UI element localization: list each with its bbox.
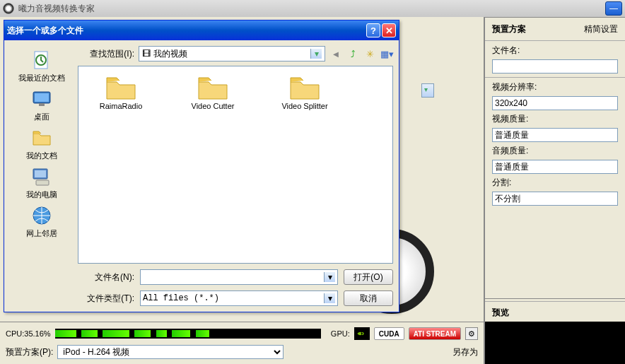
dialog-title: 选择一个或多个文件	[7, 25, 83, 37]
chevron-down-icon: ▾	[324, 272, 335, 282]
filename-combo[interactable]: ▾	[140, 269, 338, 285]
svg-rect-3	[35, 93, 49, 102]
up-folder-icon[interactable]: ⤴	[346, 47, 359, 60]
back-icon[interactable]: ◄	[329, 47, 342, 60]
app-title: 曦力音视频转换专家	[18, 3, 95, 15]
folder-item[interactable]: RaimaRadio	[86, 74, 156, 110]
sidebar-desktop[interactable]: 桌面	[30, 88, 53, 122]
open-button[interactable]: 打开(O)	[344, 269, 393, 285]
sidebar-recent[interactable]: 我最近的文档	[18, 49, 65, 83]
app-logo-icon	[3, 3, 14, 14]
dialog-close-button[interactable]: ✕	[382, 23, 396, 37]
recent-docs-icon	[30, 49, 53, 71]
sidebar-network[interactable]: 网上邻居	[26, 204, 57, 239]
background-dropdown[interactable]	[421, 83, 434, 98]
chevron-down-icon: ▾	[324, 293, 335, 303]
split-label: 分割:	[485, 175, 625, 190]
cuda-badge: CUDA	[374, 327, 404, 340]
filename-label: 文件名(N):	[78, 271, 134, 283]
folder-icon	[104, 74, 138, 102]
folder-label: Video Cutter	[192, 102, 235, 110]
preview-area	[485, 322, 625, 364]
video-quality-input[interactable]	[492, 128, 618, 142]
view-menu-icon[interactable]: ▦▾	[380, 47, 393, 60]
sidebar-item-label: 桌面	[34, 112, 49, 122]
sidebar-item-label: 我的电脑	[26, 189, 57, 200]
audio-quality-label: 音频质量:	[485, 143, 625, 158]
new-folder-icon[interactable]: ✳	[363, 47, 376, 60]
nvidia-icon	[354, 327, 370, 340]
gpu-label: GPU:	[331, 329, 350, 338]
lookin-value: 我的视频	[153, 48, 187, 60]
video-folder-icon: 🎞	[142, 49, 151, 59]
folder-label: RaimaRadio	[100, 102, 143, 110]
folder-item[interactable]: Video Splitter	[269, 74, 340, 110]
audio-quality-input[interactable]	[492, 160, 618, 174]
video-quality-label: 视频质量:	[485, 112, 625, 127]
advanced-link[interactable]: 精简设置	[584, 23, 618, 35]
settings-gear-icon[interactable]: ⚙	[465, 327, 478, 340]
settings-panel: 预置方案 精简设置 文件名: 视频分辨率: 视频质量: 音频质量: 分割: 预览	[485, 17, 625, 364]
saveas-label: 另存为	[452, 346, 478, 358]
sidebar-mycomputer[interactable]: 我的电脑	[26, 165, 57, 200]
resolution-input[interactable]	[492, 96, 618, 110]
filetype-combo[interactable]: All files (*.*) ▾	[140, 290, 338, 306]
svg-rect-6	[35, 170, 46, 177]
sidebar-item-label: 我最近的文档	[18, 73, 65, 83]
preview-heading: 预览	[485, 304, 625, 322]
lookin-label: 查找范围(I):	[78, 48, 134, 60]
svg-rect-7	[36, 180, 49, 185]
sidebar-mydocs[interactable]: 我的文档	[26, 127, 57, 161]
cpu-meter	[55, 329, 321, 339]
filename-label: 文件名:	[485, 43, 625, 58]
split-input[interactable]	[492, 192, 618, 206]
preset-label: 预置方案(P):	[6, 346, 53, 358]
file-open-dialog: 选择一个或多个文件 ? ✕ 我最近的文档 桌面 我的文档 我的电脑	[4, 20, 399, 312]
folder-label: Video Splitter	[281, 102, 327, 110]
ati-badge: ATI STREAM	[409, 327, 461, 340]
network-icon	[30, 204, 53, 227]
file-list-pane[interactable]: RaimaRadio Video Cutter Video Splitter	[78, 66, 393, 264]
mycomputer-icon	[30, 165, 53, 188]
status-bar: CPU:35.16% GPU: CUDA ATI STREAM ⚙ 预置方案(P…	[0, 322, 484, 364]
folder-icon	[196, 74, 230, 102]
preset-heading: 预置方案	[492, 23, 526, 35]
resolution-label: 视频分辨率:	[485, 80, 625, 95]
folder-icon	[288, 74, 322, 102]
folder-item[interactable]: Video Cutter	[177, 74, 248, 110]
places-sidebar: 我最近的文档 桌面 我的文档 我的电脑 网上邻居	[10, 46, 74, 306]
desktop-icon	[30, 88, 53, 110]
cpu-label: CPU:35.16%	[6, 329, 51, 338]
chevron-down-icon: ▾	[310, 49, 322, 59]
filetype-value: All files (*.*)	[143, 293, 219, 303]
filename-input[interactable]	[492, 59, 618, 74]
dialog-titlebar[interactable]: 选择一个或多个文件 ? ✕	[4, 20, 399, 40]
lookin-select[interactable]: 🎞 我的视频 ▾	[139, 46, 325, 61]
dialog-help-button[interactable]: ?	[366, 23, 380, 37]
minimize-button[interactable]: ―	[605, 1, 622, 16]
cancel-button[interactable]: 取消	[344, 290, 393, 306]
filetype-label: 文件类型(T):	[78, 293, 134, 305]
sidebar-item-label: 网上邻居	[26, 228, 57, 239]
app-titlebar: 曦力音视频转换专家 ―	[0, 0, 625, 17]
svg-rect-4	[39, 103, 45, 106]
preset-select[interactable]: iPod - H.264 视频	[57, 345, 284, 359]
sidebar-item-label: 我的文档	[26, 151, 57, 161]
mydocs-icon	[30, 127, 53, 149]
